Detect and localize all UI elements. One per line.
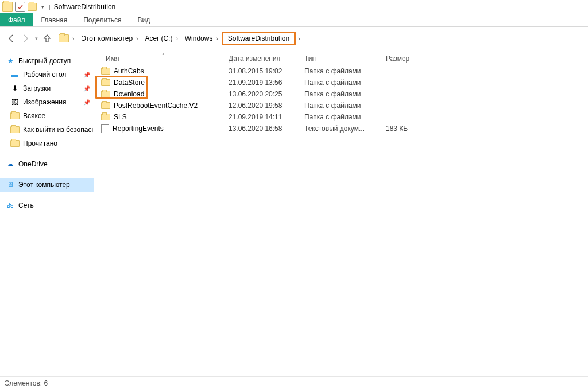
folder-icon bbox=[101, 68, 110, 75]
chevron-right-icon: › bbox=[72, 36, 74, 42]
sidebar-item-label: OneDrive bbox=[18, 160, 48, 168]
sidebar-item-label: Загрузки bbox=[23, 84, 51, 92]
column-header-size[interactable]: Размер bbox=[386, 55, 438, 63]
column-header-type[interactable]: Тип bbox=[304, 55, 386, 63]
sidebar-group-network: 🖧 Сеть bbox=[0, 199, 94, 212]
pin-icon: 📌 bbox=[83, 72, 89, 78]
sidebar-item-label: Сеть bbox=[18, 201, 34, 209]
qat-properties-button[interactable] bbox=[15, 2, 25, 12]
breadcrumb-this-pc[interactable]: Этот компьютер› bbox=[78, 32, 141, 45]
file-row-sls[interactable]: SLS 21.09.2019 14:11 Папка с файлами bbox=[98, 111, 585, 123]
navbar: ▾ › Этот компьютер› Acer (C:)› Windows› … bbox=[0, 29, 588, 48]
file-row-download[interactable]: Download 13.06.2020 20:25 Папка с файлам… bbox=[98, 88, 585, 100]
ribbon-tabs: Файл Главная Поделиться Вид bbox=[0, 13, 588, 27]
folder-icon bbox=[101, 114, 110, 120]
annotation-highlight-rows bbox=[95, 76, 148, 99]
sidebar-item-desktop[interactable]: ▬ Рабочий стол 📌 bbox=[0, 68, 94, 81]
sidebar-item-label: Изображения bbox=[23, 98, 66, 106]
sidebar-item-label: Рабочий стол bbox=[23, 71, 66, 79]
file-row-authcabs[interactable]: AuthCabs 31.08.2015 19:02 Папка с файлам… bbox=[98, 65, 585, 77]
images-icon: 🖼 bbox=[10, 98, 20, 107]
breadcrumb-softwaredistribution[interactable]: SoftwareDistribution bbox=[222, 32, 296, 45]
cell-type: Папка с файлами bbox=[304, 113, 386, 121]
ribbon-tab-view[interactable]: Вид bbox=[129, 13, 158, 26]
sidebar-item-label: Прочитано bbox=[23, 139, 57, 147]
monitor-icon: 🖥 bbox=[6, 180, 15, 189]
download-icon: ⬇ bbox=[10, 84, 20, 93]
chevron-right-icon: › bbox=[176, 36, 177, 42]
cell-type: Папка с файлами bbox=[304, 90, 386, 98]
ribbon-tab-home[interactable]: Главная bbox=[33, 13, 76, 26]
file-list: ˄ Имя Дата изменения Тип Размер AuthCabs… bbox=[94, 48, 588, 376]
status-text: Элементов: 6 bbox=[5, 379, 48, 387]
sidebar-item-prochitano[interactable]: Прочитано bbox=[0, 137, 94, 150]
column-header-name[interactable]: ˄ Имя bbox=[98, 55, 229, 63]
titlebar: ▾ | SoftwareDistribution bbox=[0, 0, 588, 13]
pin-icon: 📌 bbox=[83, 85, 89, 92]
up-button[interactable] bbox=[40, 32, 54, 45]
sidebar-item-label: Этот компьютер bbox=[18, 181, 70, 189]
ribbon-tab-share[interactable]: Поделиться bbox=[75, 13, 129, 26]
sidebar-onedrive[interactable]: ☁ OneDrive bbox=[0, 157, 94, 171]
file-name: PostRebootEventCache.V2 bbox=[114, 102, 198, 110]
cell-size: 183 КБ bbox=[386, 125, 438, 133]
sidebar-group-quick-access: ★ Быстрый доступ ▬ Рабочий стол 📌 ⬇ Загр… bbox=[0, 54, 94, 150]
onedrive-icon: ☁ bbox=[6, 160, 15, 169]
file-name: ReportingEvents bbox=[113, 125, 164, 133]
sidebar-this-pc[interactable]: 🖥 Этот компьютер bbox=[0, 178, 94, 192]
file-row-reportingevents[interactable]: ReportingEvents 13.06.2020 16:58 Текстов… bbox=[98, 123, 585, 134]
sidebar-group-this-pc: 🖥 Этот компьютер bbox=[0, 178, 94, 192]
back-button[interactable] bbox=[5, 32, 18, 45]
cell-name: AuthCabs bbox=[98, 67, 229, 75]
sidebar-item-vsyakoe[interactable]: Всякое bbox=[0, 109, 94, 123]
pin-icon: 📌 bbox=[83, 99, 89, 106]
cell-date: 21.09.2019 13:56 bbox=[229, 79, 304, 87]
cell-name: SLS bbox=[98, 113, 229, 121]
cell-date: 31.08.2015 19:02 bbox=[229, 67, 304, 75]
folder-icon bbox=[10, 112, 20, 119]
network-icon: 🖧 bbox=[6, 201, 15, 210]
address-bar[interactable]: › Этот компьютер› Acer (C:)› Windows› So… bbox=[59, 32, 300, 45]
file-name: SLS bbox=[114, 113, 127, 121]
column-header-date[interactable]: Дата изменения bbox=[229, 55, 304, 63]
sidebar: ★ Быстрый доступ ▬ Рабочий стол 📌 ⬇ Загр… bbox=[0, 48, 94, 376]
sidebar-item-images[interactable]: 🖼 Изображения 📌 bbox=[0, 95, 94, 109]
file-row-datastore[interactable]: DataStore 21.09.2019 13:56 Папка с файла… bbox=[98, 77, 585, 88]
cell-date: 13.06.2020 16:58 bbox=[229, 125, 304, 133]
cell-type: Папка с файлами bbox=[304, 67, 386, 75]
column-label: Имя bbox=[106, 55, 119, 63]
status-bar: Элементов: 6 bbox=[0, 376, 588, 389]
cell-date: 12.06.2020 19:58 bbox=[229, 102, 304, 110]
address-folder-icon bbox=[59, 34, 69, 42]
breadcrumb-label: Acer (C:) bbox=[145, 34, 172, 42]
sidebar-item-label: Быстрый доступ bbox=[18, 57, 71, 65]
cell-name: ReportingEvents bbox=[98, 124, 229, 133]
sidebar-item-downloads[interactable]: ⬇ Загрузки 📌 bbox=[0, 81, 94, 95]
sort-asc-icon: ˄ bbox=[162, 53, 164, 58]
folder-icon bbox=[101, 102, 110, 109]
breadcrumb-acer-c[interactable]: Acer (C:)› bbox=[141, 32, 181, 45]
breadcrumb-label: Этот компьютер bbox=[81, 34, 133, 42]
file-name: AuthCabs bbox=[114, 67, 144, 75]
star-icon: ★ bbox=[6, 56, 15, 65]
sidebar-group-onedrive: ☁ OneDrive bbox=[0, 157, 94, 171]
chevron-right-icon: › bbox=[136, 36, 138, 42]
sidebar-item-label: Как выйти из безопасного режима bbox=[23, 126, 94, 134]
file-icon bbox=[101, 124, 109, 133]
breadcrumb-label: Windows bbox=[185, 34, 213, 42]
sidebar-quick-access[interactable]: ★ Быстрый доступ bbox=[0, 54, 94, 68]
sidebar-item-safe-mode[interactable]: Как выйти из безопасного режима bbox=[0, 123, 94, 137]
cell-name: PostRebootEventCache.V2 bbox=[98, 102, 229, 110]
app-folder-icon bbox=[2, 2, 13, 12]
file-row-postreboot[interactable]: PostRebootEventCache.V2 12.06.2020 19:58… bbox=[98, 100, 585, 111]
sidebar-network[interactable]: 🖧 Сеть bbox=[0, 199, 94, 212]
qat-new-folder-button[interactable] bbox=[28, 3, 37, 11]
breadcrumb-windows[interactable]: Windows› bbox=[181, 32, 222, 45]
folder-icon bbox=[10, 140, 20, 147]
breadcrumb-label: SoftwareDistribution bbox=[228, 34, 289, 42]
forward-button[interactable] bbox=[18, 32, 32, 45]
qat-dropdown-icon[interactable]: ▾ bbox=[41, 4, 44, 10]
window-title: SoftwareDistribution bbox=[54, 3, 115, 11]
recent-dropdown[interactable]: ▾ bbox=[32, 32, 40, 45]
ribbon-tab-file[interactable]: Файл bbox=[0, 13, 33, 26]
